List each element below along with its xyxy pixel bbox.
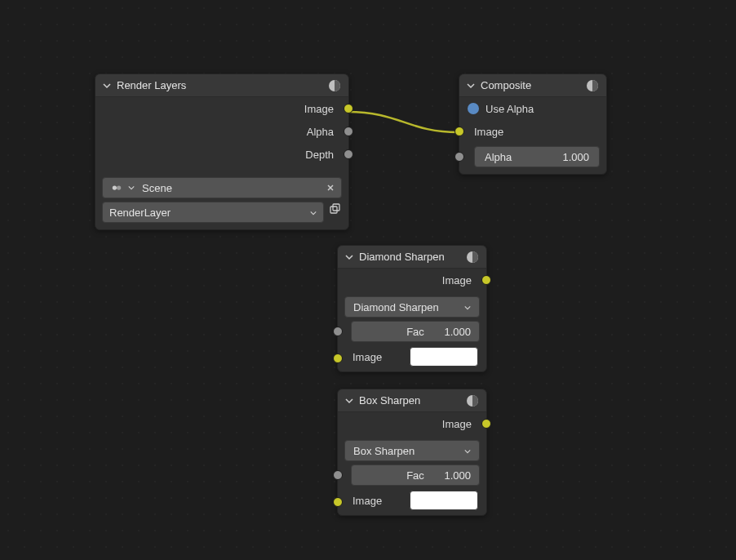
node-header[interactable]: Diamond Sharpen [338,246,486,269]
input-alpha-row: Alpha 1.000 [459,143,606,171]
node-render-layers[interactable]: Render Layers Image Alpha Depth [95,73,349,230]
scene-icon [109,182,124,193]
input-image-row: Image [338,345,486,371]
socket-output-alpha[interactable] [344,127,353,136]
socket-input-alpha[interactable] [454,152,464,162]
color-swatch[interactable] [410,347,478,367]
filter-type-label: Diamond Sharpen [353,301,439,313]
node-header[interactable]: Composite [459,74,606,97]
input-image-label: Image [352,495,382,507]
preview-sphere-icon[interactable] [465,393,480,408]
output-image: Image [338,269,486,291]
alpha-value: 1.000 [562,151,589,163]
render-single-layer-icon[interactable] [327,202,342,216]
socket-output-depth[interactable] [344,149,353,159]
filter-type-label: Box Sharpen [353,445,415,457]
socket-output-image[interactable] [481,275,491,285]
output-depth: Depth [95,143,348,166]
input-image-row: Image [338,489,486,515]
svg-rect-4 [333,204,339,211]
svg-point-2 [117,185,121,189]
chevron-down-icon [124,184,139,191]
socket-input-image[interactable] [333,353,343,363]
node-header[interactable]: Box Sharpen [338,389,486,412]
chevron-down-icon [310,207,317,219]
fac-field[interactable]: Fac 1.000 [351,464,480,486]
input-image-label: Image [352,351,382,363]
alpha-label: Alpha [485,151,512,163]
use-alpha-toggle[interactable]: Use Alpha [459,97,606,120]
collapse-icon[interactable] [344,396,354,406]
output-alpha: Alpha [95,120,348,143]
input-image: Image [459,120,606,143]
socket-input-image[interactable] [333,497,343,507]
node-title: Box Sharpen [359,394,460,407]
chevron-down-icon [464,301,471,313]
socket-output-image[interactable] [481,419,491,429]
svg-point-1 [113,185,117,189]
color-swatch[interactable] [410,491,478,510]
socket-input-fac[interactable] [333,470,343,480]
collapse-icon[interactable] [344,252,354,262]
preview-sphere-icon[interactable] [465,250,480,264]
node-diamond-sharpen[interactable]: Diamond Sharpen Image Diamond Sharpen Fa… [337,245,487,372]
fac-value: 1.000 [444,469,471,482]
node-composite[interactable]: Composite Use Alpha Image Alpha 1.000 [459,73,607,175]
socket-input-fac[interactable] [333,327,343,336]
filter-type-dropdown[interactable]: Diamond Sharpen [344,296,480,318]
svg-rect-3 [330,207,337,213]
renderlayer-selector[interactable]: RenderLayer [102,202,324,223]
fac-value: 1.000 [444,326,471,338]
collapse-icon[interactable] [102,81,112,91]
fac-field[interactable]: Fac 1.000 [351,321,480,342]
node-title: Render Layers [117,79,322,91]
socket-output-image[interactable] [344,104,353,113]
node-title: Composite [481,79,580,91]
node-header[interactable]: Render Layers [95,74,348,97]
chevron-down-icon [464,445,471,457]
preview-sphere-icon[interactable] [327,78,342,93]
clear-scene-icon[interactable] [326,182,335,194]
output-image: Image [338,412,486,435]
socket-input-image[interactable] [454,127,464,136]
preview-sphere-icon[interactable] [585,78,600,93]
filter-type-dropdown[interactable]: Box Sharpen [344,440,480,461]
collapse-icon[interactable] [466,81,476,91]
scene-field-label: Scene [142,182,172,194]
node-title: Diamond Sharpen [359,251,460,263]
output-image: Image [95,97,348,120]
alpha-value-field[interactable]: Alpha 1.000 [474,146,600,167]
checkbox-on-icon [468,103,479,114]
renderlayer-field-label: RenderLayer [109,207,171,219]
scene-selector[interactable]: Scene [102,177,342,198]
node-box-sharpen[interactable]: Box Sharpen Image Box Sharpen Fac 1.000 … [337,389,487,516]
